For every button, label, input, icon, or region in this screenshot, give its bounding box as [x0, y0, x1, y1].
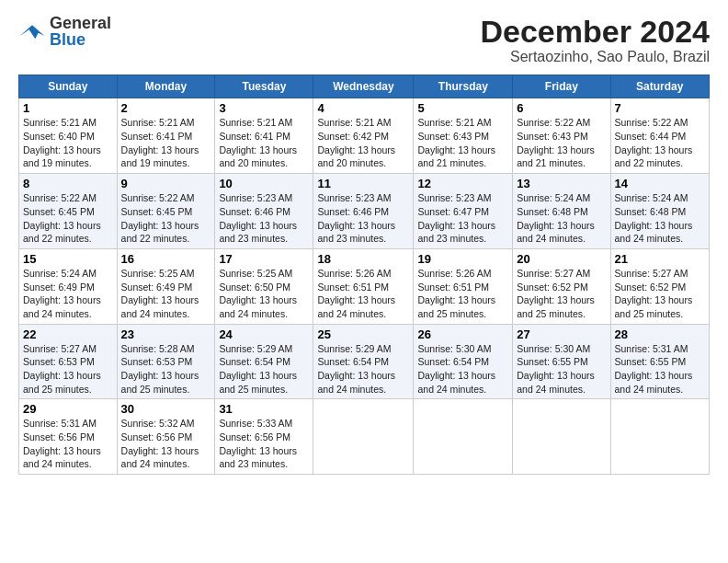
sunset-text: Sunset: 6:47 PM — [417, 206, 489, 217]
day-number: 10 — [219, 177, 309, 190]
day-info: Sunrise: 5:24 AMSunset: 6:48 PMDaylight:… — [615, 191, 705, 246]
day-info: Sunrise: 5:21 AMSunset: 6:41 PMDaylight:… — [121, 116, 211, 170]
sunrise-text: Sunrise: 5:24 AM — [517, 192, 590, 203]
day-info: Sunrise: 5:26 AMSunset: 6:51 PMDaylight:… — [317, 267, 409, 321]
calendar-day-cell: 24Sunrise: 5:29 AMSunset: 6:54 PMDayligh… — [215, 324, 313, 399]
calendar-day-cell: 29Sunrise: 5:31 AMSunset: 6:56 PMDayligh… — [19, 399, 118, 475]
daylight-text: Daylight: 13 hours and 22 minutes. — [121, 220, 199, 245]
sunrise-text: Sunrise: 5:29 AM — [317, 343, 391, 354]
col-header-tuesday: Tuesday — [215, 75, 313, 98]
day-info: Sunrise: 5:33 AMSunset: 6:56 PMDaylight:… — [219, 417, 309, 471]
calendar-day-cell — [610, 399, 709, 475]
sunset-text: Sunset: 6:53 PM — [121, 356, 193, 367]
calendar-day-cell: 11Sunrise: 5:23 AMSunset: 6:46 PMDayligh… — [313, 174, 414, 249]
daylight-text: Daylight: 13 hours and 19 minutes. — [121, 144, 199, 169]
daylight-text: Daylight: 13 hours and 24 minutes. — [121, 294, 199, 319]
day-info: Sunrise: 5:31 AMSunset: 6:56 PMDaylight:… — [23, 417, 113, 471]
day-number: 9 — [121, 177, 211, 190]
calendar-day-cell — [313, 399, 414, 475]
calendar-day-cell: 3Sunrise: 5:21 AMSunset: 6:41 PMDaylight… — [215, 98, 313, 174]
day-number: 14 — [615, 177, 705, 190]
calendar-day-cell: 30Sunrise: 5:32 AMSunset: 6:56 PMDayligh… — [117, 399, 215, 475]
day-info: Sunrise: 5:21 AMSunset: 6:40 PMDaylight:… — [23, 116, 113, 170]
sunrise-text: Sunrise: 5:22 AM — [517, 117, 590, 128]
sunrise-text: Sunrise: 5:31 AM — [23, 418, 97, 429]
sunset-text: Sunset: 6:42 PM — [317, 131, 389, 142]
day-info: Sunrise: 5:23 AMSunset: 6:47 PMDaylight:… — [417, 191, 508, 246]
sunset-text: Sunset: 6:51 PM — [417, 282, 489, 293]
day-number: 11 — [317, 177, 409, 190]
sunset-text: Sunset: 6:56 PM — [121, 431, 193, 442]
page: General Blue December 2024 Sertaozinho, … — [0, 0, 728, 563]
calendar-day-cell: 7Sunrise: 5:22 AMSunset: 6:44 PMDaylight… — [610, 98, 709, 174]
day-number: 15 — [23, 252, 113, 266]
daylight-text: Daylight: 13 hours and 20 minutes. — [317, 144, 395, 169]
svg-marker-0 — [20, 25, 45, 39]
sunset-text: Sunset: 6:48 PM — [615, 206, 687, 217]
daylight-text: Daylight: 13 hours and 24 minutes. — [317, 294, 395, 319]
daylight-text: Daylight: 13 hours and 22 minutes. — [615, 144, 693, 169]
calendar-day-cell: 4Sunrise: 5:21 AMSunset: 6:42 PMDaylight… — [313, 98, 414, 174]
day-info: Sunrise: 5:27 AMSunset: 6:53 PMDaylight:… — [23, 342, 113, 396]
daylight-text: Daylight: 13 hours and 25 minutes. — [417, 294, 495, 319]
sunset-text: Sunset: 6:49 PM — [121, 282, 193, 293]
calendar-week-row: 8Sunrise: 5:22 AMSunset: 6:45 PMDaylight… — [19, 174, 710, 249]
calendar-day-cell: 22Sunrise: 5:27 AMSunset: 6:53 PMDayligh… — [19, 324, 118, 399]
col-header-wednesday: Wednesday — [313, 75, 414, 98]
day-info: Sunrise: 5:21 AMSunset: 6:41 PMDaylight:… — [219, 116, 309, 170]
sunrise-text: Sunrise: 5:30 AM — [517, 343, 590, 354]
sunrise-text: Sunrise: 5:22 AM — [23, 192, 97, 203]
sunset-text: Sunset: 6:44 PM — [615, 131, 687, 142]
col-header-friday: Friday — [513, 75, 610, 98]
header-area: General Blue December 2024 Sertaozinho, … — [18, 15, 710, 65]
daylight-text: Daylight: 13 hours and 21 minutes. — [417, 144, 495, 169]
sunrise-text: Sunrise: 5:27 AM — [23, 343, 97, 354]
sunrise-text: Sunrise: 5:23 AM — [219, 192, 292, 203]
logo-general: General — [50, 15, 111, 31]
sunrise-text: Sunrise: 5:32 AM — [121, 418, 195, 429]
day-number: 27 — [517, 327, 606, 341]
col-header-monday: Monday — [117, 75, 215, 98]
logo: General Blue — [18, 15, 111, 48]
calendar-day-cell: 21Sunrise: 5:27 AMSunset: 6:52 PMDayligh… — [610, 248, 709, 324]
day-number: 23 — [121, 327, 211, 341]
sunrise-text: Sunrise: 5:31 AM — [615, 343, 688, 354]
day-number: 26 — [417, 327, 508, 341]
sunset-text: Sunset: 6:41 PM — [121, 131, 193, 142]
calendar-day-cell: 19Sunrise: 5:26 AMSunset: 6:51 PMDayligh… — [414, 248, 513, 324]
calendar-day-cell: 23Sunrise: 5:28 AMSunset: 6:53 PMDayligh… — [117, 324, 215, 399]
sunset-text: Sunset: 6:53 PM — [23, 356, 95, 367]
daylight-text: Daylight: 13 hours and 25 minutes. — [615, 294, 693, 319]
day-info: Sunrise: 5:27 AMSunset: 6:52 PMDaylight:… — [615, 267, 705, 321]
day-number: 16 — [121, 252, 211, 266]
day-number: 2 — [121, 101, 211, 115]
day-info: Sunrise: 5:26 AMSunset: 6:51 PMDaylight:… — [417, 267, 508, 321]
sunrise-text: Sunrise: 5:25 AM — [219, 268, 292, 279]
day-info: Sunrise: 5:25 AMSunset: 6:50 PMDaylight:… — [219, 267, 309, 321]
calendar-week-row: 29Sunrise: 5:31 AMSunset: 6:56 PMDayligh… — [19, 399, 710, 475]
day-info: Sunrise: 5:31 AMSunset: 6:55 PMDaylight:… — [615, 342, 705, 396]
sunset-text: Sunset: 6:43 PM — [417, 131, 489, 142]
sunrise-text: Sunrise: 5:22 AM — [615, 117, 688, 128]
daylight-text: Daylight: 13 hours and 25 minutes. — [121, 370, 199, 395]
daylight-text: Daylight: 13 hours and 24 minutes. — [219, 294, 297, 319]
day-info: Sunrise: 5:30 AMSunset: 6:54 PMDaylight:… — [417, 342, 508, 396]
day-info: Sunrise: 5:21 AMSunset: 6:43 PMDaylight:… — [417, 116, 508, 170]
calendar-day-cell — [513, 399, 610, 475]
day-number: 25 — [317, 327, 409, 341]
day-number: 20 — [517, 252, 606, 266]
day-number: 29 — [23, 402, 113, 416]
calendar-day-cell: 8Sunrise: 5:22 AMSunset: 6:45 PMDaylight… — [19, 174, 118, 249]
daylight-text: Daylight: 13 hours and 20 minutes. — [219, 144, 297, 169]
calendar-day-cell: 6Sunrise: 5:22 AMSunset: 6:43 PMDaylight… — [513, 98, 610, 174]
calendar-day-cell: 2Sunrise: 5:21 AMSunset: 6:41 PMDaylight… — [117, 98, 215, 174]
sunset-text: Sunset: 6:43 PM — [517, 131, 588, 142]
main-title: December 2024 — [480, 15, 710, 49]
sunrise-text: Sunrise: 5:21 AM — [317, 117, 391, 128]
day-number: 18 — [317, 252, 409, 266]
sunset-text: Sunset: 6:40 PM — [23, 131, 95, 142]
sunset-text: Sunset: 6:45 PM — [121, 206, 193, 217]
day-info: Sunrise: 5:24 AMSunset: 6:49 PMDaylight:… — [23, 267, 113, 321]
day-info: Sunrise: 5:22 AMSunset: 6:45 PMDaylight:… — [121, 191, 211, 246]
daylight-text: Daylight: 13 hours and 23 minutes. — [219, 445, 297, 470]
